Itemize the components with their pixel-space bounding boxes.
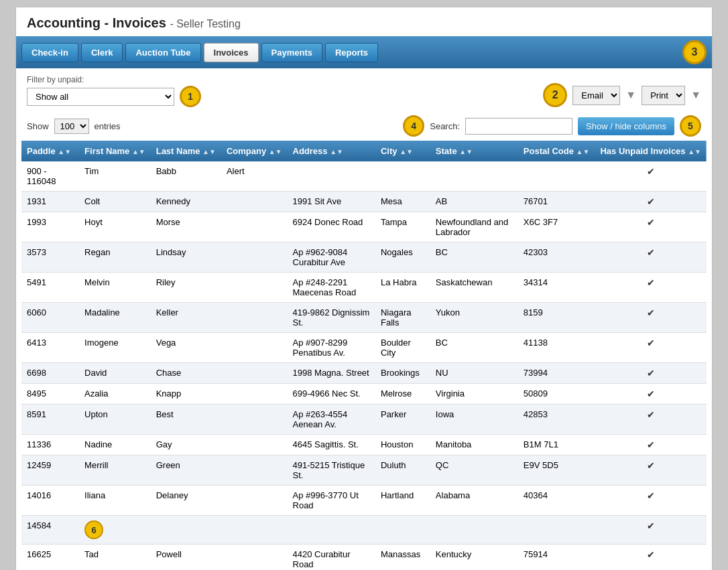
unpaid-cell: ✔ (595, 192, 707, 212)
table-cell: Virginia (430, 384, 518, 405)
table-container: Paddle ▲▼ First Name ▲▼ Last Name ▲▼ Com… (16, 141, 712, 570)
table-cell: 50809 (518, 384, 595, 405)
table-cell: 11336 (21, 435, 79, 455)
table-cell: David (79, 363, 151, 384)
table-cell: Brookings (375, 363, 430, 384)
col-company[interactable]: Company ▲▼ (221, 141, 288, 161)
table-cell: BC (430, 333, 518, 363)
table-cell: 12459 (21, 455, 79, 486)
col-unpaid[interactable]: Has Unpaid Invoices ▲▼ (595, 141, 707, 161)
table-cell: La Habra (375, 273, 430, 303)
table-cell: 14016 (21, 486, 79, 516)
page-title-main: Accounting - Invoices (27, 15, 166, 30)
checkmark-icon: ✔ (647, 247, 655, 258)
table-cell: 699-4966 Nec St. (288, 384, 375, 405)
table-cell: Ap #996-3770 Ut Road (288, 486, 375, 516)
filter-wrap: Filter by unpaid: Show all Unpaid only P… (27, 75, 201, 107)
table-cell: Azalia (79, 384, 151, 405)
unpaid-cell: ✔ (595, 516, 707, 545)
filter-row: Filter by unpaid: Show all Unpaid only P… (16, 68, 712, 111)
table-cell (430, 516, 518, 545)
table-cell: 6924 Donec Road (288, 212, 375, 242)
email-chevron-icon: ▼ (625, 89, 636, 101)
checkmark-icon: ✔ (647, 520, 655, 531)
table-cell: Saskatchewan (430, 273, 518, 303)
sort-icon: ▲▼ (269, 148, 282, 155)
table-cell: 40364 (518, 486, 595, 516)
table-cell (221, 384, 288, 405)
table-row: 16625TadPowell4420 Curabitur RoadManassa… (21, 545, 707, 571)
search-input[interactable] (465, 118, 572, 135)
table-row: 145846✔ (21, 516, 707, 545)
table-cell: Ap #907-8299 Penatibus Av. (288, 333, 375, 363)
page-subtitle: - Seller Testing (170, 18, 241, 29)
nav-bar: Check-in Clerk Auction Tube Invoices Pay… (16, 36, 712, 68)
col-paddle[interactable]: Paddle ▲▼ (21, 141, 79, 161)
table-cell: 41138 (518, 333, 595, 363)
unpaid-cell: ✔ (595, 435, 707, 455)
table-row: 5491MelvinRileyAp #248-2291 Maecenas Roa… (21, 273, 707, 303)
table-cell: 1991 Sit Ave (288, 192, 375, 212)
table-cell: 1931 (21, 192, 79, 212)
table-cell: Iliana (79, 486, 151, 516)
table-cell: 6698 (21, 363, 79, 384)
nav-payments[interactable]: Payments (261, 43, 322, 62)
table-cell: Chase (151, 363, 221, 384)
col-state[interactable]: State ▲▼ (430, 141, 518, 161)
nav-invoices[interactable]: Invoices (204, 43, 259, 62)
table-cell: 8591 (21, 405, 79, 435)
table-cell: 34314 (518, 273, 595, 303)
checkmark-icon: ✔ (647, 277, 655, 288)
table-cell (221, 545, 288, 571)
table-cell: 42303 (518, 242, 595, 273)
table-cell: Duluth (375, 455, 430, 486)
table-cell: E9V 5D5 (518, 455, 595, 486)
col-lastname[interactable]: Last Name ▲▼ (151, 141, 221, 161)
checkmark-icon: ✔ (647, 409, 655, 420)
checkmark-icon: ✔ (647, 166, 655, 177)
unpaid-cell: ✔ (595, 242, 707, 273)
table-cell: Tampa (375, 212, 430, 242)
print-select[interactable]: Print (642, 86, 685, 105)
checkmark-icon: ✔ (647, 196, 655, 207)
filter-select[interactable]: Show all Unpaid only Paid only (27, 88, 174, 106)
nav-auctiontube[interactable]: Auction Tube (125, 43, 200, 62)
sort-icon: ▲▼ (400, 148, 413, 155)
table-cell: Knapp (151, 384, 221, 405)
table-cell: 6060 (21, 303, 79, 333)
table-cell (518, 161, 595, 192)
checkmark-icon: ✔ (647, 217, 655, 228)
filter-right: 2 Email ▼ Print ▼ (543, 83, 701, 107)
badge-3[interactable]: 3 (682, 40, 707, 64)
nav-clerk[interactable]: Clerk (81, 43, 123, 62)
unpaid-cell: ✔ (595, 384, 707, 405)
col-city[interactable]: City ▲▼ (375, 141, 430, 161)
search-label: Search: (430, 121, 460, 131)
table-cell (221, 212, 288, 242)
table-cell: 4420 Curabitur Road (288, 545, 375, 571)
col-address[interactable]: Address ▲▼ (288, 141, 375, 161)
table-cell: Alabama (430, 486, 518, 516)
filter-label: Filter by unpaid: (27, 75, 201, 84)
table-cell: Iowa (430, 405, 518, 435)
email-select[interactable]: Email (572, 86, 620, 105)
table-cell (288, 516, 375, 545)
col-postal[interactable]: Postal Code ▲▼ (518, 141, 595, 161)
table-cell (221, 363, 288, 384)
table-cell (221, 486, 288, 516)
table-cell: Ap #263-4554 Aenean Av. (288, 405, 375, 435)
nav-reports[interactable]: Reports (325, 43, 378, 62)
col-firstname[interactable]: First Name ▲▼ (79, 141, 151, 161)
table-cell (221, 405, 288, 435)
entries-select[interactable]: 10 25 50 100 (54, 119, 89, 134)
show-hide-columns-button[interactable]: Show / hide columns (578, 117, 674, 135)
table-row: 6060MadalineKeller419-9862 Dignissim St.… (21, 303, 707, 333)
table-cell: 73994 (518, 363, 595, 384)
table-cell: Manassas (375, 545, 430, 571)
table-cell (375, 516, 430, 545)
table-cell (221, 273, 288, 303)
table-cell: Mesa (375, 192, 430, 212)
nav-checkin[interactable]: Check-in (21, 43, 78, 62)
table-cell: Nogales (375, 242, 430, 273)
badge-4: 4 (403, 115, 424, 137)
